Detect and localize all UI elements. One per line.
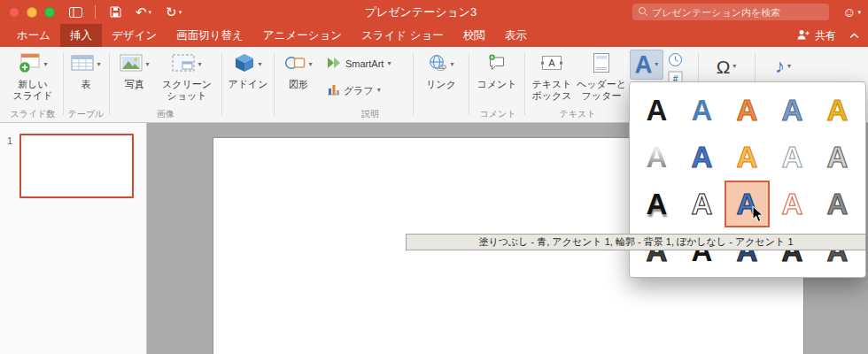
window-title: プレゼンテーション3: [221, 4, 620, 20]
table-button[interactable]: ▾ 表: [66, 50, 105, 90]
table-dropdown-icon[interactable]: ▾: [97, 61, 100, 68]
smartart-dropdown-icon[interactable]: ▾: [387, 60, 391, 67]
wordart-style-option[interactable]: A: [815, 134, 860, 181]
undo-dropdown-icon[interactable]: ▾: [149, 9, 152, 15]
wordart-style-option[interactable]: A: [815, 181, 860, 227]
comment-button[interactable]: コメント: [475, 50, 519, 90]
new-slide-button[interactable]: ▾ 新しい スライド: [5, 50, 60, 102]
wordart-style-option[interactable]: A: [634, 134, 679, 181]
group-separator: [413, 53, 414, 115]
smartart-button[interactable]: SmartArt ▾: [326, 52, 391, 75]
addins-dropdown-icon[interactable]: ▾: [258, 61, 261, 68]
chart-dropdown-icon[interactable]: ▾: [377, 87, 381, 94]
search-box[interactable]: [632, 4, 829, 20]
wordart-style-option[interactable]: A: [770, 87, 815, 134]
share-label: 共有: [815, 28, 836, 43]
new-slide-label-1: 新しい: [18, 79, 48, 90]
redo-dropdown-icon[interactable]: ▾: [179, 9, 182, 15]
new-slide-dropdown-icon[interactable]: ▾: [43, 61, 47, 68]
wordart-style-option[interactable]: A: [679, 87, 725, 134]
collapse-ribbon-icon[interactable]: [849, 24, 859, 47]
textbox-label-2: ボックス: [531, 90, 571, 102]
link-button[interactable]: ▾ リンク: [420, 50, 462, 90]
symbol-button[interactable]: Ω ▾: [707, 52, 746, 81]
screenshot-button[interactable]: ▾ スクリーン ショット: [158, 50, 216, 102]
media-dropdown-icon[interactable]: ▾: [787, 63, 791, 70]
chart-label: グラフ: [344, 84, 374, 97]
group-label-comments: コメント: [473, 108, 523, 120]
wordart-icon: A: [635, 53, 653, 77]
group-label-slides: スライド数: [2, 108, 64, 120]
wordart-dropdown-icon[interactable]: ▾: [655, 61, 658, 68]
header-footer-button[interactable]: ヘッダーと フッター: [577, 50, 626, 102]
slide-number-label: 1: [7, 135, 12, 146]
wordart-button[interactable]: A ▾: [630, 50, 663, 80]
zoom-window-button[interactable]: [44, 7, 55, 18]
photo-button[interactable]: ▾ 写真: [114, 50, 155, 90]
slide-thumbnail[interactable]: [19, 134, 134, 198]
date-time-button[interactable]: [668, 52, 683, 71]
comment-icon: [487, 54, 507, 75]
music-note-icon: ♪: [775, 57, 785, 76]
tab-home[interactable]: ホーム: [7, 24, 60, 47]
save-icon[interactable]: [110, 6, 121, 18]
toggle-slide-pane-icon[interactable]: [69, 7, 82, 18]
group-separator: [63, 53, 64, 115]
group-label-illustrations: 説明: [328, 108, 413, 120]
wordart-style-option[interactable]: A: [634, 181, 679, 227]
omega-icon: Ω: [717, 58, 731, 76]
media-button[interactable]: ♪ ▾: [763, 52, 802, 81]
tab-slideshow[interactable]: スライド ショー: [352, 24, 453, 47]
new-slide-label-2: スライド: [12, 90, 52, 102]
photo-dropdown-icon[interactable]: ▾: [145, 61, 149, 68]
tab-design[interactable]: デザイン: [102, 24, 167, 47]
wordart-style-option-selected[interactable]: A: [725, 181, 770, 227]
wordart-style-option[interactable]: A: [634, 87, 679, 134]
symbol-dropdown-icon[interactable]: ▾: [732, 63, 736, 70]
addins-button[interactable]: ▾ アドイン: [226, 50, 270, 90]
link-label: リンク: [426, 79, 456, 90]
feedback-smiley-icon[interactable]: ☺▾: [842, 4, 861, 19]
close-window-button[interactable]: [9, 7, 19, 18]
wordart-style-option[interactable]: A: [725, 87, 770, 134]
tab-insert[interactable]: 挿入: [60, 24, 102, 47]
search-icon: [638, 4, 648, 20]
titlebar-divider: [95, 5, 96, 19]
wordart-letter: A: [782, 96, 803, 125]
tab-animations[interactable]: アニメーション: [253, 24, 352, 47]
tab-view[interactable]: 表示: [495, 24, 537, 47]
chart-button[interactable]: グラフ ▾: [326, 79, 381, 102]
wordart-style-option[interactable]: A: [725, 134, 770, 181]
wordart-letter: A: [647, 96, 668, 125]
search-input[interactable]: [652, 7, 824, 18]
shapes-dropdown-icon[interactable]: ▾: [308, 61, 312, 68]
wordart-letter: A: [692, 142, 713, 172]
undo-icon[interactable]: ↶▾: [136, 5, 151, 19]
screenshot-dropdown-icon[interactable]: ▾: [198, 61, 201, 68]
comment-label: コメント: [477, 79, 516, 90]
tab-list: ホーム挿入デザイン画面切り替えアニメーションスライド ショー校閲表示: [7, 24, 537, 47]
wordart-style-option[interactable]: A: [770, 134, 815, 181]
wordart-style-option[interactable]: A: [770, 181, 815, 227]
wordart-style-option[interactable]: A: [815, 87, 860, 134]
shapes-label: 図形: [289, 79, 308, 90]
header-footer-label-1: ヘッダーと: [577, 79, 626, 90]
new-slide-icon: [18, 52, 41, 77]
wordart-style-tooltip: 塗りつぶし - 青, アクセント 1, 輪郭 - 背景 1, ぼかしなし - ア…: [406, 234, 866, 250]
wordart-style-option[interactable]: A: [679, 181, 725, 227]
tab-review[interactable]: 校閲: [453, 24, 495, 47]
screenshot-icon: [172, 54, 195, 75]
shapes-button[interactable]: ▾ 図形: [278, 50, 319, 90]
share-button[interactable]: 共有: [797, 24, 836, 47]
window-controls: [9, 7, 55, 18]
wordart-letter: A: [827, 96, 849, 125]
photo-label: 写真: [125, 79, 144, 90]
slides-panel: 1: [0, 123, 147, 354]
redo-icon[interactable]: ↻▾: [166, 5, 182, 19]
link-dropdown-icon[interactable]: ▾: [450, 61, 453, 68]
wordart-style-option[interactable]: A: [679, 134, 725, 181]
tab-transitions[interactable]: 画面切り替え: [167, 24, 253, 47]
minimize-window-button[interactable]: [27, 7, 37, 18]
textbox-button[interactable]: A テキスト ボックス: [529, 50, 575, 102]
table-icon: [71, 54, 94, 75]
